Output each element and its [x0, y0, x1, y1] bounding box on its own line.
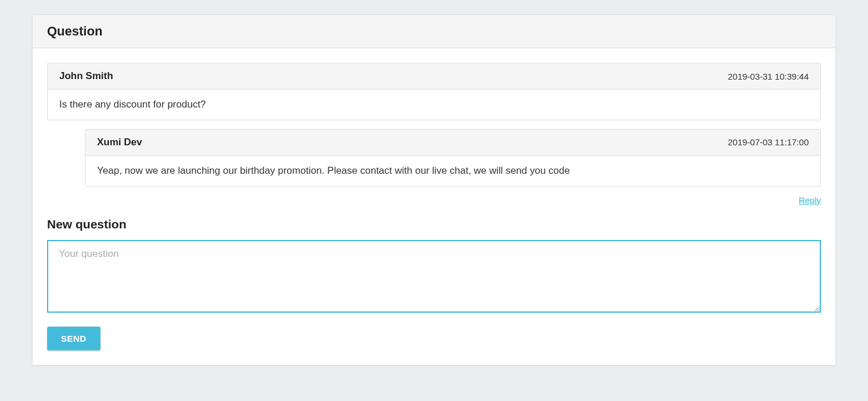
message-author: Xumi Dev [97, 137, 142, 148]
message-header: Xumi Dev 2019-07-03 11:17:00 [85, 130, 820, 156]
new-question-title: New question [47, 217, 821, 231]
reply-link-row: Reply [47, 195, 821, 206]
panel-title: Question [47, 24, 821, 39]
question-panel: Question John Smith 2019-03-31 10:39:44 … [32, 15, 836, 366]
message-card: John Smith 2019-03-31 10:39:44 Is there … [47, 63, 821, 120]
message-author: John Smith [59, 70, 113, 82]
message-card-reply: Xumi Dev 2019-07-03 11:17:00 Yeap, now w… [85, 129, 821, 187]
message-timestamp: 2019-07-03 11:17:00 [728, 137, 809, 147]
reply-link[interactable]: Reply [799, 195, 821, 205]
panel-body: John Smith 2019-03-31 10:39:44 Is there … [33, 48, 835, 365]
panel-header: Question [33, 15, 835, 48]
send-button[interactable]: SEND [47, 327, 101, 350]
message-body: Yeap, now we are launching our birthday … [85, 156, 820, 186]
message-body: Is there any discount for product? [48, 89, 820, 120]
message-header: John Smith 2019-03-31 10:39:44 [48, 63, 820, 89]
message-timestamp: 2019-03-31 10:39:44 [728, 71, 809, 81]
question-textarea[interactable] [47, 240, 821, 313]
